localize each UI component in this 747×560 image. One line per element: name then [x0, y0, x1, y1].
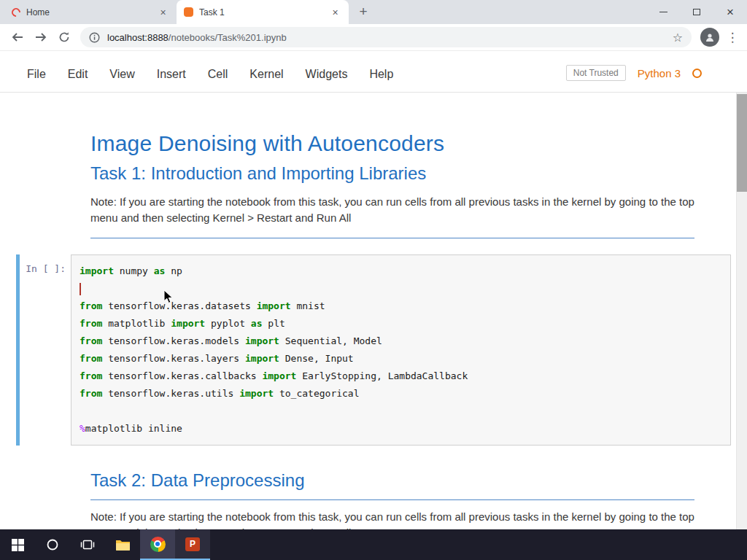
menu-file[interactable]: File [27, 68, 46, 81]
home-favicon [10, 6, 23, 18]
kernel-idle-indicator [692, 69, 702, 78]
back-button[interactable] [7, 27, 28, 47]
bookmark-star-icon[interactable]: ☆ [673, 31, 683, 44]
start-button[interactable] [0, 529, 35, 560]
file-explorer-button[interactable] [105, 529, 140, 560]
task-view-button[interactable] [70, 529, 105, 560]
kernel-name: Python 3 [638, 67, 681, 79]
text-cursor [80, 283, 81, 295]
task-view-icon [80, 539, 95, 551]
tab-title: Task 1 [199, 7, 329, 18]
task1-heading: Task 1: Introduction and Importing Libra… [90, 163, 694, 184]
task2-heading: Task 2: Data Preprocessing [90, 470, 694, 491]
close-button[interactable]: × [713, 0, 747, 24]
forward-button[interactable] [31, 27, 51, 47]
powerpoint-taskbar-button[interactable]: P [175, 529, 210, 560]
code-cell[interactable]: In [ ]: import numpy as npfrom tensorflo… [16, 254, 736, 446]
code-line [80, 280, 724, 298]
cortana-ring-icon [46, 538, 59, 551]
code-line: from tensorflow.keras.callbacks import E… [80, 368, 724, 385]
markdown-content: Image Denoising with Autoencoders Task 1… [90, 131, 694, 238]
tab-strip: Home × Task 1 × + × [0, 0, 747, 24]
window-controls: × [646, 0, 747, 24]
new-tab-button[interactable]: + [353, 1, 374, 22]
tab-task1[interactable]: Task 1 × [177, 0, 349, 24]
close-icon: × [727, 6, 734, 18]
markdown-content: Task 2: Data Preprocessing Note: If you … [90, 470, 694, 529]
input-prompt: In [ ]: [16, 254, 71, 446]
tab-title: Home [26, 7, 157, 18]
task2-note: Note: If you are starting the notebook f… [90, 509, 694, 529]
markdown-cell-task2[interactable]: Task 2: Data Preprocessing Note: If you … [16, 470, 736, 529]
tab-close-icon[interactable]: × [157, 6, 169, 18]
task1-note: Note: If you are starting the notebook f… [90, 194, 694, 226]
menu-edit[interactable]: Edit [68, 68, 88, 81]
code-line: %matplotlib inline [80, 420, 724, 438]
maximize-icon [693, 9, 700, 15]
code-line [80, 402, 724, 420]
jupyter-menubar: File Edit View Insert Cell Kernel Widget… [27, 68, 393, 81]
menu-help[interactable]: Help [369, 68, 393, 81]
forward-icon [35, 32, 47, 42]
section-divider [90, 499, 694, 500]
markdown-prompt-area [16, 470, 71, 529]
browser-window: Home × Task 1 × + × localhost:8888/noteb… [0, 0, 747, 560]
windows-logo-icon [12, 539, 24, 551]
refresh-icon [58, 31, 70, 43]
notebook-title: Image Denoising with Autoencoders [90, 131, 694, 156]
code-line: from tensorflow.keras.utils import to_ca… [80, 385, 724, 402]
menu-widgets[interactable]: Widgets [306, 68, 348, 81]
notebook-page: Image Denoising with Autoencoders Task 1… [0, 93, 736, 529]
jupyter-favicon [184, 7, 193, 17]
url-path: /notebooks/Task%201.ipynb [169, 32, 287, 43]
browser-menu-icon[interactable]: ⋮ [724, 27, 741, 47]
tab-close-icon[interactable]: × [329, 6, 341, 18]
code-line: from matplotlib import pyplot as plt [80, 315, 724, 332]
markdown-prompt-area [16, 131, 71, 238]
chrome-icon [150, 537, 166, 552]
scrollbar-thumb[interactable] [737, 94, 747, 192]
page-scrollbar[interactable] [736, 93, 747, 529]
page-info-icon[interactable] [89, 32, 100, 43]
code-line: from tensorflow.keras.datasets import mn… [80, 298, 724, 315]
address-bar[interactable]: localhost:8888/notebooks/Task%201.ipynb … [80, 27, 692, 47]
menu-view[interactable]: View [109, 68, 134, 81]
code-line: import numpy as np [80, 262, 724, 280]
powerpoint-icon: P [185, 537, 200, 551]
folder-icon [115, 539, 131, 551]
code-line: from tensorflow.keras.models import Sequ… [80, 332, 724, 350]
section-divider [90, 238, 694, 238]
jupyter-header: File Edit View Insert Cell Kernel Widget… [0, 51, 747, 93]
back-icon [12, 32, 23, 42]
profile-avatar[interactable] [700, 28, 719, 47]
menu-kernel[interactable]: Kernel [249, 68, 283, 81]
person-icon [705, 32, 715, 42]
browser-toolbar: localhost:8888/notebooks/Task%201.ipynb … [0, 24, 747, 51]
menu-cell[interactable]: Cell [208, 68, 228, 81]
mouse-cursor [163, 289, 174, 304]
code-editor[interactable]: import numpy as npfrom tensorflow.keras.… [71, 254, 731, 446]
trust-status-badge[interactable]: Not Trusted [566, 65, 626, 81]
minimize-button[interactable] [646, 0, 680, 24]
tab-home[interactable]: Home × [4, 0, 177, 24]
windows-taskbar: P [0, 529, 747, 560]
maximize-button[interactable] [680, 0, 713, 24]
minimize-icon [659, 12, 667, 12]
selected-cell-indicator [16, 254, 20, 446]
code-line: from tensorflow.keras.layers import Dens… [80, 350, 724, 368]
menu-insert[interactable]: Insert [157, 68, 186, 81]
kernel-status-area: Not Trusted Python 3 [566, 65, 702, 81]
chrome-taskbar-button[interactable] [140, 529, 175, 560]
refresh-button[interactable] [54, 27, 74, 47]
url-host: localhost:8888 [107, 32, 169, 43]
search-button[interactable] [35, 529, 70, 560]
markdown-cell-task1[interactable]: Image Denoising with Autoencoders Task 1… [16, 131, 736, 238]
